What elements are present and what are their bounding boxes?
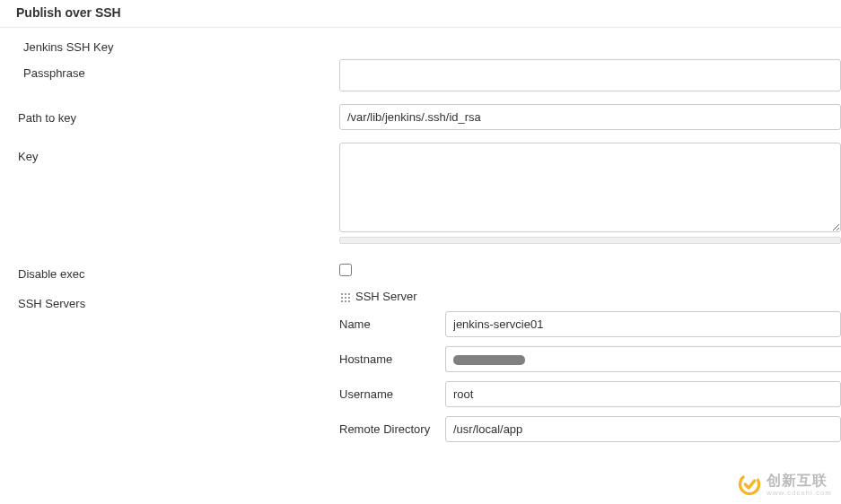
server-remote-dir-label: Remote Directory: [339, 422, 445, 436]
server-username-label: Username: [339, 387, 445, 401]
redacted-value: [453, 355, 525, 365]
drag-handle-icon[interactable]: [339, 291, 350, 302]
ssh-server-heading: SSH Server: [355, 290, 417, 303]
watermark-logo-icon: [738, 473, 761, 496]
server-hostname-input[interactable]: [445, 346, 841, 372]
svg-point-0: [738, 473, 761, 496]
ssh-servers-label: SSH Servers: [18, 290, 339, 310]
path-to-key-label: Path to key: [18, 104, 339, 125]
watermark: 创新互联 www.cdcxhl.com: [738, 472, 832, 497]
disable-exec-label: Disable exec: [18, 260, 339, 281]
key-label: Key: [18, 143, 339, 163]
path-to-key-input[interactable]: [339, 104, 841, 130]
server-name-label: Name: [339, 317, 445, 331]
server-hostname-label: Hostname: [339, 352, 445, 366]
disable-exec-checkbox[interactable]: [339, 264, 352, 276]
scroll-track[interactable]: [339, 237, 841, 244]
watermark-subtext: www.cdcxhl.com: [767, 489, 832, 497]
key-textarea[interactable]: [339, 143, 841, 232]
server-name-input[interactable]: [445, 311, 841, 337]
server-remote-dir-input[interactable]: [445, 416, 841, 442]
section-title: Publish over SSH: [0, 0, 841, 27]
passphrase-label: Passphrase: [18, 59, 339, 80]
server-username-input[interactable]: [445, 381, 841, 407]
passphrase-input[interactable]: [339, 59, 841, 91]
jenkins-ssh-key-heading: Jenkins SSH Key: [18, 33, 339, 54]
watermark-text: 创新互联: [767, 472, 832, 491]
